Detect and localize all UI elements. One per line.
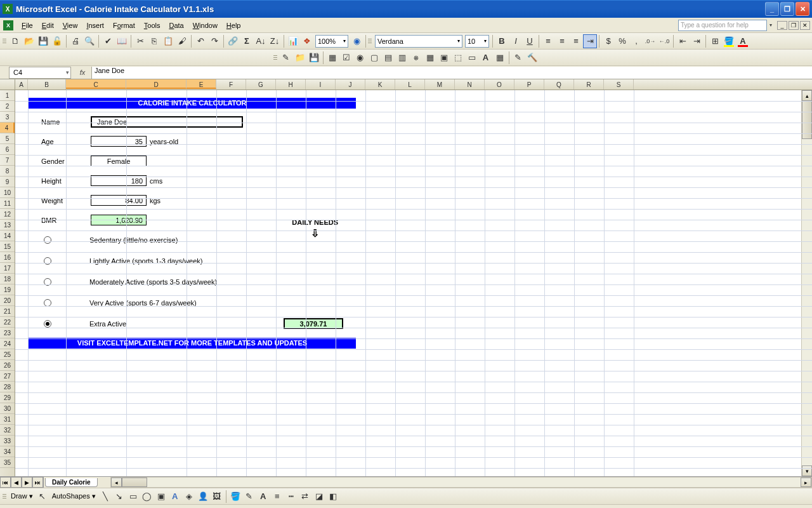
doc-minimize-button[interactable]: _ xyxy=(777,21,787,30)
tool-icon[interactable]: ▦ xyxy=(493,51,507,65)
column-header[interactable]: H xyxy=(276,79,306,90)
input-weight[interactable]: 84.00 xyxy=(91,195,147,206)
font-color-icon[interactable]: A xyxy=(256,490,270,504)
chart-icon[interactable]: 📊 xyxy=(286,34,300,48)
column-header[interactable]: A xyxy=(15,79,28,90)
row-header[interactable]: 8 xyxy=(0,166,15,177)
row-header[interactable]: 7 xyxy=(0,155,15,166)
formula-input[interactable]: Jane Doe xyxy=(91,67,812,79)
underline-button[interactable]: U xyxy=(523,34,537,48)
activity-radio[interactable] xyxy=(44,320,51,328)
dash-style-icon[interactable]: ┅ xyxy=(284,490,298,504)
undo-icon[interactable]: ↶ xyxy=(193,34,207,48)
row-header[interactable]: 30 xyxy=(0,403,15,414)
row-header[interactable]: 23 xyxy=(0,328,15,338)
format-painter-icon[interactable]: 🖌 xyxy=(175,34,189,48)
row-header[interactable]: 14 xyxy=(0,231,15,241)
row-header[interactable]: 4 xyxy=(0,123,15,133)
row-header[interactable]: 6 xyxy=(0,144,15,155)
window-minimize-button[interactable]: _ xyxy=(765,2,779,16)
column-header[interactable]: K xyxy=(365,79,395,90)
doc-restore-button[interactable]: ❐ xyxy=(789,21,799,30)
zoom-combo[interactable]: 100%▾ xyxy=(315,35,348,48)
window-maximize-button[interactable]: ❐ xyxy=(780,2,794,16)
hscroll-thumb[interactable] xyxy=(122,478,147,487)
diagram-icon[interactable]: ◈ xyxy=(182,490,196,504)
new-file-icon[interactable]: 🗋 xyxy=(8,34,22,48)
column-header[interactable]: O xyxy=(485,79,514,90)
autoshapes-menu[interactable]: AutoShapes ▾ xyxy=(49,492,98,500)
menu-file[interactable]: File xyxy=(17,20,37,30)
doc-close-button[interactable]: ✕ xyxy=(800,21,810,30)
row-header[interactable]: 1 xyxy=(0,90,15,101)
row-header[interactable]: 22 xyxy=(0,317,15,328)
percent-icon[interactable]: % xyxy=(615,34,629,48)
decrease-indent-icon[interactable]: ⇤ xyxy=(676,34,690,48)
menu-data[interactable]: Data xyxy=(164,20,188,30)
picture-icon[interactable]: 🖼 xyxy=(210,490,224,504)
row-header[interactable]: 35 xyxy=(0,457,15,468)
help-dropdown-icon[interactable]: ▾ xyxy=(769,22,772,28)
font-color-icon[interactable]: A xyxy=(736,34,750,48)
column-header[interactable]: N xyxy=(455,79,485,90)
decrease-decimal-icon[interactable]: ←.0 xyxy=(657,34,671,48)
line-color-icon[interactable]: ✎ xyxy=(242,490,256,504)
print-icon[interactable]: 🖨 xyxy=(69,34,82,48)
row-header[interactable]: 29 xyxy=(0,392,15,403)
comma-icon[interactable]: , xyxy=(629,34,643,48)
sort-desc-icon[interactable]: Z↓ xyxy=(268,34,282,48)
name-box[interactable]: C4 ▾ xyxy=(9,67,71,79)
activity-radio[interactable] xyxy=(44,236,51,244)
row-header[interactable]: 28 xyxy=(0,382,15,392)
increase-indent-icon[interactable]: ⇥ xyxy=(690,34,704,48)
tool-icon[interactable]: 💾 xyxy=(307,51,321,65)
tool-icon[interactable]: ☑ xyxy=(339,51,353,65)
column-header[interactable]: F xyxy=(216,79,246,90)
rectangle-icon[interactable]: ▭ xyxy=(126,490,140,504)
tool-icon[interactable]: ▥ xyxy=(395,51,409,65)
merge-center-icon[interactable]: ⇥ xyxy=(583,34,597,48)
row-header[interactable]: 24 xyxy=(0,338,15,349)
wordart-icon[interactable]: A xyxy=(168,490,182,504)
toolbar-grip-icon[interactable] xyxy=(3,35,6,48)
toolbar-grip-icon[interactable] xyxy=(3,490,6,503)
row-header[interactable]: 13 xyxy=(0,220,15,231)
activity-radio[interactable] xyxy=(44,299,51,307)
hyperlink-icon[interactable]: 🔗 xyxy=(226,34,240,48)
tool-icon[interactable]: ⬚ xyxy=(451,51,465,65)
tool-icon[interactable]: ▤ xyxy=(381,51,395,65)
menu-window[interactable]: Window xyxy=(188,20,222,30)
row-header[interactable]: 32 xyxy=(0,425,15,436)
sheet-first-icon[interactable]: ⏮ xyxy=(0,477,11,488)
fill-color-icon[interactable]: 🪣 xyxy=(722,34,736,48)
currency-icon[interactable]: $ xyxy=(601,34,615,48)
increase-decimal-icon[interactable]: .0→ xyxy=(643,34,657,48)
column-header[interactable]: P xyxy=(514,79,544,90)
drawing-icon[interactable]: ❖ xyxy=(300,34,314,48)
redo-icon[interactable]: ↷ xyxy=(207,34,221,48)
fx-icon[interactable]: fx xyxy=(76,67,89,78)
tool-icon[interactable]: ✎ xyxy=(279,51,293,65)
line-style-icon[interactable]: ≡ xyxy=(270,490,284,504)
column-header[interactable]: J xyxy=(336,79,365,90)
sheet-prev-icon[interactable]: ◀ xyxy=(11,477,22,488)
font-combo[interactable]: Verdana▾ xyxy=(375,35,462,48)
column-header[interactable]: E xyxy=(187,79,216,89)
row-header[interactable]: 21 xyxy=(0,306,15,317)
row-header[interactable]: 27 xyxy=(0,371,15,382)
tool-icon[interactable]: A xyxy=(479,51,493,65)
menu-help[interactable]: Help xyxy=(222,20,246,30)
align-right-icon[interactable]: ≡ xyxy=(569,34,583,48)
menu-edit[interactable]: Edit xyxy=(37,20,58,30)
row-header[interactable]: 3 xyxy=(0,112,15,123)
horizontal-scrollbar[interactable]: ◂ ▸ xyxy=(110,477,812,488)
align-center-icon[interactable]: ≡ xyxy=(555,34,569,48)
row-header[interactable]: 10 xyxy=(0,187,15,198)
sheet-last-icon[interactable]: ⏭ xyxy=(32,477,43,488)
menu-format[interactable]: Format xyxy=(108,20,140,30)
textbox-icon[interactable]: ▣ xyxy=(154,490,168,504)
tool-icon[interactable]: ▭ xyxy=(465,51,479,65)
row-header[interactable]: 15 xyxy=(0,241,15,252)
column-header[interactable]: B xyxy=(28,79,66,90)
row-header[interactable]: 2 xyxy=(0,101,15,112)
